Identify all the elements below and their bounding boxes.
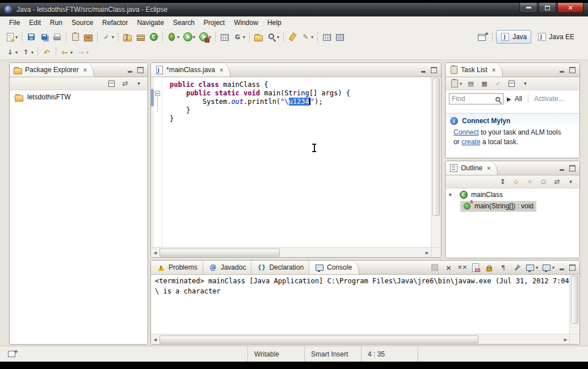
display-selected-console-button[interactable]: ▾: [524, 260, 540, 275]
fold-collapse-icon[interactable]: [155, 91, 160, 96]
remove-all-launches-button[interactable]: ××: [456, 260, 469, 275]
code-line-3[interactable]: System.out.println("\u1234");: [170, 98, 431, 106]
minimize-view-button[interactable]: [558, 66, 566, 74]
scroll-right-icon[interactable]: ▶: [423, 250, 431, 255]
back-button[interactable]: ←▾: [58, 45, 74, 60]
scrollbar-thumb[interactable]: [571, 276, 578, 324]
mark-task-complete-button[interactable]: ✓▾: [100, 30, 116, 44]
view-menu-button[interactable]: ▾: [564, 174, 577, 189]
titlebar[interactable]: Java - letsdothisFTW/src/mainClass.java …: [0, 3, 588, 16]
minimize-view-button[interactable]: [419, 66, 428, 74]
perspective-javaee-button[interactable]: Java EE: [532, 30, 579, 44]
menu-source[interactable]: Source: [67, 17, 98, 28]
hide-non-public-button[interactable]: ○: [537, 174, 550, 189]
scroll-lock-button[interactable]: [483, 260, 496, 275]
menu-window[interactable]: Window: [229, 17, 263, 28]
next-annotation-button[interactable]: ↓▾: [3, 45, 19, 60]
pin-console-button[interactable]: [510, 260, 523, 275]
minimize-view-button[interactable]: [558, 165, 566, 172]
window-minimize-button[interactable]: [519, 3, 537, 13]
console-body[interactable]: <terminated> mainClass [Java Application…: [151, 275, 579, 344]
open-resource-button[interactable]: [252, 30, 265, 44]
editor-horizontal-scrollbar[interactable]: ◀ ▶: [151, 247, 431, 257]
external-tools-button[interactable]: ▾: [197, 30, 213, 44]
minimize-view-button[interactable]: [126, 66, 135, 74]
debug-button[interactable]: ▾: [165, 30, 181, 44]
tab-javadoc[interactable]: @Javadoc: [203, 261, 252, 274]
menu-navigate[interactable]: Navigate: [132, 17, 168, 28]
maximize-view-button[interactable]: [430, 66, 438, 74]
categorized-presentation-button[interactable]: ▤: [464, 76, 477, 91]
console-vertical-scrollbar[interactable]: [569, 275, 579, 334]
code-line-1[interactable]: public class mainClass {: [170, 81, 431, 89]
maximize-view-button[interactable]: [568, 66, 577, 74]
expander-icon[interactable]: ▾: [449, 192, 454, 198]
outline-node[interactable]: ▾mainClass: [446, 190, 579, 200]
previous-annotation-button[interactable]: ↑▾: [19, 45, 35, 60]
view-menu-button[interactable]: ▾: [519, 76, 532, 91]
scroll-left-icon[interactable]: ◀: [151, 250, 159, 255]
connect-link[interactable]: Connect: [453, 128, 479, 136]
scroll-right-icon[interactable]: ▶: [561, 337, 570, 342]
print-button[interactable]: [51, 30, 64, 44]
scroll-left-icon[interactable]: ◀: [151, 337, 159, 342]
search-button[interactable]: ▾: [265, 30, 281, 44]
scrollbar-thumb[interactable]: [432, 78, 440, 216]
menu-refactor[interactable]: Refactor: [98, 17, 132, 28]
scrollbar-thumb[interactable]: [159, 336, 478, 343]
last-edit-location-button[interactable]: ↶: [40, 45, 53, 60]
maximize-view-button[interactable]: [136, 66, 145, 74]
view-menu-button[interactable]: ▾: [132, 76, 145, 91]
menu-run[interactable]: Run: [45, 17, 67, 28]
hide-fields-button[interactable]: ◇: [510, 174, 523, 189]
code-area[interactable]: public class mainClass { public static v…: [162, 77, 431, 248]
tab-task-list[interactable]: Task List ×: [446, 63, 503, 77]
close-icon[interactable]: ×: [492, 66, 495, 73]
new-java-project-button[interactable]: [121, 30, 134, 44]
perspective-java-button[interactable]: Java: [496, 30, 531, 44]
outline-node-item[interactable]: mainClass: [457, 190, 506, 200]
menu-edit[interactable]: Edit: [24, 17, 45, 28]
editor-vertical-scrollbar[interactable]: [431, 77, 441, 248]
sort-button[interactable]: ↕: [496, 174, 509, 189]
find-scope-all[interactable]: All: [515, 95, 522, 103]
hide-static-members-button[interactable]: ◦: [523, 174, 536, 189]
activate-link[interactable]: Activate...: [534, 95, 564, 103]
editor-body[interactable]: public class mainClass { public static v…: [151, 77, 441, 257]
menu-help[interactable]: Help: [263, 17, 286, 28]
new-package-button[interactable]: [134, 30, 147, 44]
clear-console-button[interactable]: [469, 260, 482, 275]
close-icon[interactable]: ×: [487, 165, 490, 171]
tab-declaration[interactable]: {}Declaration: [251, 261, 309, 274]
collapse-all-button[interactable]: [105, 76, 118, 91]
code-line-4[interactable]: }: [170, 106, 431, 115]
code-line-2[interactable]: public static void main(String[] args) {: [170, 89, 431, 98]
scheduled-presentation-button[interactable]: ▦: [478, 76, 491, 91]
tab-outline[interactable]: Outline ×: [446, 161, 498, 175]
new-wizard-button[interactable]: ▾: [3, 30, 19, 44]
open-perspective-button[interactable]: [476, 30, 489, 44]
menu-file[interactable]: File: [5, 17, 24, 28]
window-maximize-button[interactable]: [539, 3, 556, 13]
save-all-button[interactable]: [37, 30, 51, 44]
new-task-button[interactable]: ▾: [448, 76, 464, 91]
new-class-button[interactable]: [147, 30, 160, 44]
code-generation-button[interactable]: G▾: [231, 30, 247, 44]
console-horizontal-scrollbar[interactable]: ◀ ▶: [151, 334, 570, 344]
menu-project[interactable]: Project: [199, 17, 229, 28]
collapse-all-button[interactable]: [505, 76, 518, 91]
word-wrap-button[interactable]: ¶: [497, 260, 510, 275]
tab-mainclass-java[interactable]: *mainClass.java ×: [151, 63, 230, 77]
minimize-view-button[interactable]: [558, 264, 566, 271]
tab-console[interactable]: Console: [309, 261, 359, 274]
link-with-editor-button[interactable]: ⇄: [119, 76, 132, 91]
maximize-view-button[interactable]: [568, 264, 577, 271]
mark-occurrences-button[interactable]: [286, 30, 299, 44]
menu-search[interactable]: Search: [169, 17, 199, 28]
show-view-grid-button[interactable]: [333, 30, 346, 44]
filter-completed-button[interactable]: ✓: [492, 76, 505, 91]
close-icon[interactable]: ×: [220, 66, 223, 73]
task-repositories-button[interactable]: [82, 30, 95, 44]
tab-problems[interactable]: Problems: [151, 261, 203, 274]
remove-launch-button[interactable]: ×: [442, 260, 455, 275]
